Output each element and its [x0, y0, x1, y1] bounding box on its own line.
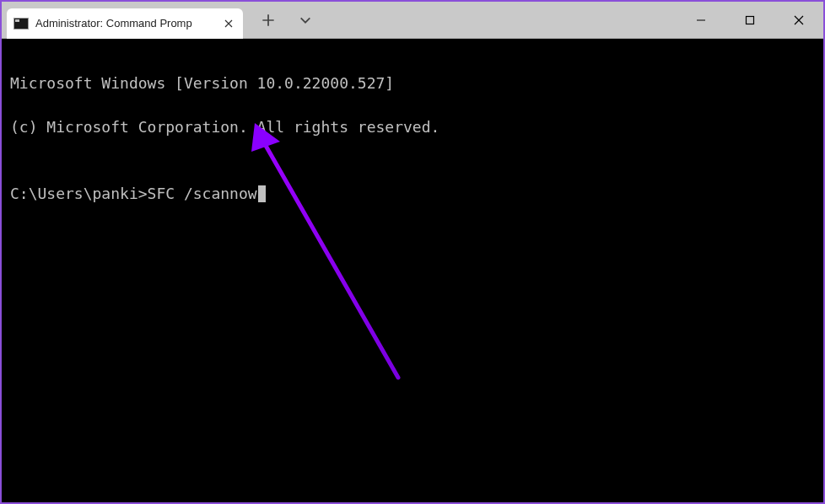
plus-icon: [262, 13, 275, 27]
close-icon: [794, 15, 804, 25]
terminal-prompt-line: C:\Users\panki>SFC /scannow: [10, 183, 815, 205]
tabs-zone: Administrator: Command Promp: [2, 2, 312, 38]
tab-dropdown-button[interactable]: [299, 13, 312, 27]
chevron-down-icon: [299, 13, 312, 27]
maximize-button[interactable]: [725, 2, 774, 38]
tab-title: Administrator: Command Promp: [35, 17, 216, 29]
terminal-output[interactable]: Microsoft Windows [Version 10.0.22000.52…: [2, 39, 823, 502]
prompt-path: C:\Users\panki>: [10, 185, 148, 202]
close-icon: [224, 19, 233, 28]
svg-rect-0: [747, 16, 754, 24]
new-tab-button[interactable]: [262, 13, 275, 27]
window-close-button[interactable]: [774, 2, 823, 38]
text-cursor: [258, 185, 266, 202]
terminal-line: (c) Microsoft Corporation. All rights re…: [10, 116, 815, 138]
window-controls: [677, 2, 823, 38]
terminal-line: Microsoft Windows [Version 10.0.22000.52…: [10, 72, 815, 94]
titlebar: Administrator: Command Promp: [2, 2, 823, 39]
entered-command: SFC /scannow: [148, 185, 257, 202]
minimize-button[interactable]: [677, 2, 725, 38]
annotation-arrow: [2, 39, 823, 502]
minimize-icon: [696, 15, 706, 25]
tab-command-prompt[interactable]: Administrator: Command Promp: [7, 8, 243, 39]
tab-close-button[interactable]: [223, 18, 235, 29]
svg-line-1: [262, 138, 398, 378]
maximize-icon: [745, 15, 755, 25]
terminal-app-icon: [13, 18, 29, 29]
tab-actions: [243, 13, 312, 27]
